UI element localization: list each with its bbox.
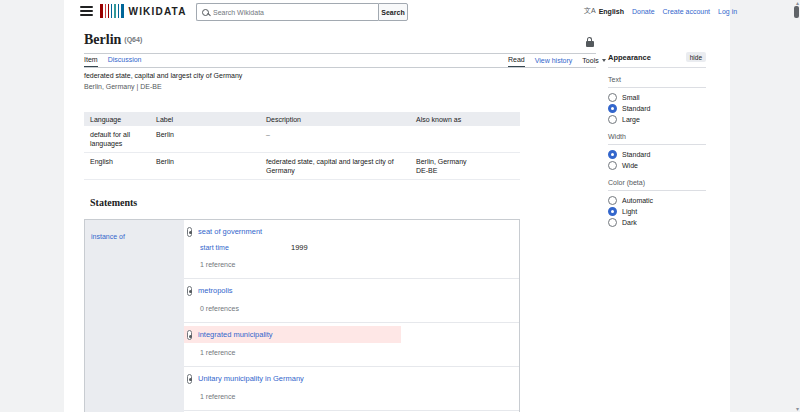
radio-icon[interactable] xyxy=(608,207,617,216)
search-button[interactable]: Search xyxy=(378,3,408,21)
appearance-section-width: Width Standard Wide xyxy=(608,133,706,171)
search-icon xyxy=(202,9,209,16)
col-also-known-as: Also known as xyxy=(410,112,520,126)
protection-lock-icon[interactable] xyxy=(585,37,594,47)
appearance-hide-button[interactable]: hide xyxy=(686,52,706,62)
cell-label: Berlin xyxy=(150,126,260,153)
wikidata-logo-text: WIKIDATA xyxy=(129,6,187,17)
scroll-down-icon[interactable]: ▾ xyxy=(796,405,799,412)
qualifier-property-link[interactable]: start time xyxy=(200,244,291,251)
create-account-link[interactable]: Create account xyxy=(663,8,710,15)
title-divider xyxy=(84,53,596,54)
radio-label: Standard xyxy=(622,105,650,112)
cell-description: federated state, capital and largest cit… xyxy=(260,153,410,180)
language-label: English xyxy=(599,8,624,15)
radio-label: Automatic xyxy=(622,197,653,204)
radio-label: Light xyxy=(622,208,637,215)
rank-selector-icon[interactable] xyxy=(187,330,192,340)
search-bar: Search xyxy=(196,3,408,21)
radio-icon[interactable] xyxy=(608,161,617,170)
statement-list: seat of government start time 1999 1 ref… xyxy=(184,220,519,412)
references-toggle[interactable]: 1 reference xyxy=(184,257,519,272)
statement-value-link[interactable]: integrated municipality xyxy=(198,330,273,339)
radio-label: Standard xyxy=(622,151,650,158)
col-language: Language xyxy=(84,112,150,126)
rank-selector-icon[interactable] xyxy=(187,374,192,384)
radio-option-standard[interactable]: Standard xyxy=(608,103,706,114)
wikidata-page: WIKIDATA Search 文A English Donate Create… xyxy=(0,0,800,412)
donate-link[interactable]: Donate xyxy=(632,8,655,15)
appearance-header: Appearance hide xyxy=(608,52,706,68)
radio-option-wide[interactable]: Wide xyxy=(608,160,706,171)
scrollbar-thumb[interactable] xyxy=(794,6,799,18)
radio-option-width-standard[interactable]: Standard xyxy=(608,149,706,160)
radio-icon[interactable] xyxy=(608,196,617,205)
section-label: Width xyxy=(608,133,706,145)
statement-value-link[interactable]: Unitary municipality in Germany xyxy=(198,374,304,383)
cell-aka: Berlin, Germany DE-BE xyxy=(410,153,520,180)
col-label: Label xyxy=(150,112,260,126)
wikidata-logo-bars-icon xyxy=(100,4,124,18)
references-toggle[interactable]: 1 reference xyxy=(184,345,519,360)
rank-selector-icon[interactable] xyxy=(187,286,192,296)
language-icon: 文A xyxy=(584,6,596,16)
rank-selector-icon[interactable] xyxy=(187,227,192,237)
radio-option-automatic[interactable]: Automatic xyxy=(608,195,706,206)
tools-menu[interactable]: Tools xyxy=(582,57,605,67)
radio-icon[interactable] xyxy=(608,150,617,159)
main-menu-icon[interactable] xyxy=(80,6,93,16)
appearance-title: Appearance xyxy=(608,53,651,62)
radio-icon[interactable] xyxy=(608,93,617,102)
radio-option-large[interactable]: Large xyxy=(608,114,706,125)
language-selector[interactable]: 文A English xyxy=(584,6,624,16)
search-box[interactable] xyxy=(196,3,378,21)
scrollbar[interactable]: ▴ ▾ xyxy=(792,0,800,412)
references-toggle[interactable]: 0 references xyxy=(184,301,519,316)
col-description: Description xyxy=(260,112,410,126)
radio-option-dark[interactable]: Dark xyxy=(608,217,706,228)
qualifier-row: start time 1999 xyxy=(184,240,519,255)
radio-option-light[interactable]: Light xyxy=(608,206,706,217)
radio-icon[interactable] xyxy=(608,104,617,113)
statement-value-row: Unitary municipality in Germany xyxy=(184,370,519,387)
cell-label: Berlin xyxy=(150,153,260,180)
user-links: 文A English Donate Create account Log in xyxy=(584,6,737,16)
qualifier-value: 1999 xyxy=(291,243,308,252)
statement-group: instance of seat of government start tim… xyxy=(84,219,520,412)
item-qid: (Q64) xyxy=(124,36,142,43)
radio-label: Large xyxy=(622,116,640,123)
radio-icon[interactable] xyxy=(608,218,617,227)
tabs-divider xyxy=(84,67,596,68)
statement: metropolis 0 references xyxy=(184,279,519,323)
radio-icon[interactable] xyxy=(608,115,617,124)
property-cell: instance of xyxy=(85,220,184,412)
statement-value-row: integrated municipality xyxy=(184,326,401,343)
statement: Unitary municipality in Germany 1 refere… xyxy=(184,367,519,411)
table-row: English Berlin federated state, capital … xyxy=(84,153,520,180)
property-link[interactable]: instance of xyxy=(91,233,125,240)
references-toggle[interactable]: 1 reference xyxy=(184,389,519,404)
statement-value-link[interactable]: metropolis xyxy=(198,286,233,295)
terms-table: Language Label Description Also known as… xyxy=(84,112,520,180)
search-input[interactable] xyxy=(213,9,373,16)
radio-label: Wide xyxy=(622,162,638,169)
statement: seat of government start time 1999 1 ref… xyxy=(184,220,519,279)
statement: integrated municipality 1 reference xyxy=(184,323,519,367)
appearance-section-color: Color (beta) Automatic Light Dark xyxy=(608,179,706,228)
page-content: WIKIDATA Search 文A English Donate Create… xyxy=(64,0,730,412)
radio-label: Small xyxy=(622,94,640,101)
table-row: default for all languages Berlin – xyxy=(84,126,520,153)
appearance-section-text: Text Small Standard Large xyxy=(608,76,706,125)
item-label: Berlin xyxy=(84,32,121,47)
cell-language: English xyxy=(84,153,150,180)
wikidata-logo[interactable]: WIKIDATA xyxy=(100,4,187,18)
cell-description: – xyxy=(260,126,410,153)
section-label: Text xyxy=(608,76,706,88)
tab-view-history[interactable]: View history xyxy=(535,57,573,67)
log-in-link[interactable]: Log in xyxy=(718,8,737,15)
radio-label: Dark xyxy=(622,219,637,226)
item-aliases: Berlin, Germany | DE-BE xyxy=(84,83,162,90)
statement-value-link[interactable]: seat of government xyxy=(198,227,262,236)
chevron-down-icon xyxy=(602,59,606,62)
radio-option-small[interactable]: Small xyxy=(608,92,706,103)
